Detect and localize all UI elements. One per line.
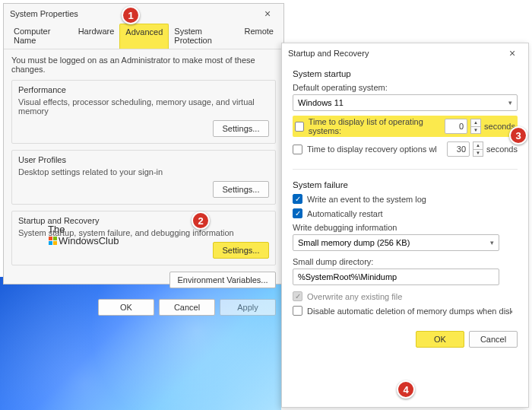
tab-remote[interactable]: Remote (239, 24, 279, 49)
windows-logo-icon (48, 236, 57, 245)
input-value: %SystemRoot%\Minidump (298, 272, 397, 281)
group-title: User Profiles (18, 155, 269, 164)
section-system-startup: System startup (293, 69, 518, 78)
apply-button[interactable]: Apply (220, 299, 276, 316)
row-label: Time to display recovery options when ne… (307, 145, 436, 154)
checkbox-display-os-list[interactable] (295, 122, 304, 132)
write-debug-label: Write debugging information (293, 223, 518, 232)
titlebar: Startup and Recovery × (282, 43, 528, 63)
dump-dir-input[interactable]: %SystemRoot%\Minidump (293, 269, 499, 285)
tab-computer-name[interactable]: Computer Name (8, 24, 73, 49)
cancel-button[interactable]: Cancel (159, 299, 215, 316)
startup-recovery-window: Startup and Recovery × System startup De… (281, 43, 529, 408)
checkbox-write-event[interactable]: ✓ (293, 194, 302, 204)
os-list-seconds-input[interactable]: 0 (445, 119, 467, 134)
watermark: The WindowsClub (48, 224, 119, 247)
dump-dir-label: Small dump directory: (293, 257, 518, 266)
row-label: Disable automatic deletion of memory dum… (307, 307, 512, 316)
tab-advanced[interactable]: Advanced (119, 24, 169, 49)
row-write-event: ✓ Write an event to the system log (293, 194, 518, 204)
watermark-line2: WindowsClub (48, 236, 119, 247)
environment-variables-button[interactable]: Environment Variables... (169, 272, 276, 288)
dialog-action-row: OK Cancel Apply (4, 294, 283, 320)
section-system-failure: System failure (293, 180, 518, 189)
callout-4: 4 (397, 380, 415, 399)
row-disable-delete: Disable automatic deletion of memory dum… (293, 306, 518, 316)
row-label: Overwrite any existing file (307, 292, 402, 301)
tab-hardware[interactable]: Hardware (73, 24, 120, 49)
spin-down-icon[interactable]: ▼ (473, 149, 483, 157)
spinner[interactable]: ▲▼ (473, 141, 483, 157)
group-desc: Visual effects, processor scheduling, me… (18, 97, 269, 116)
recovery-options-seconds-input[interactable]: 30 (447, 141, 470, 157)
checkbox-overwrite: ✓ (293, 291, 302, 301)
select-value: Windows 11 (298, 98, 344, 107)
watermark-line1: The (48, 224, 119, 236)
row-label: Time to display list of operating system… (309, 117, 440, 135)
close-icon[interactable]: × (501, 47, 524, 59)
group-user-profiles: User Profiles Desktop settings related t… (11, 150, 276, 205)
close-icon[interactable]: × (256, 8, 279, 20)
chevron-down-icon: ▾ (508, 99, 512, 106)
tab-strip: Computer Name Hardware Advanced System P… (4, 24, 283, 49)
default-os-select[interactable]: Windows 11 ▾ (293, 94, 518, 111)
row-display-recovery-options: Time to display recovery options when ne… (293, 141, 518, 157)
dialog-action-row: OK Cancel (282, 323, 528, 355)
row-label: Automatically restart (307, 209, 383, 218)
titlebar: System Properties × (4, 4, 283, 24)
callout-2: 2 (192, 211, 210, 230)
startup-recovery-settings-button[interactable]: Settings... (213, 242, 269, 259)
spinner[interactable]: ▲▼ (470, 119, 481, 134)
select-value: Small memory dump (256 KB) (298, 238, 410, 247)
window-title: System Properties (10, 9, 78, 18)
tab-system-protection[interactable]: System Protection (169, 24, 239, 49)
ok-button[interactable]: OK (98, 299, 154, 316)
callout-3: 3 (509, 126, 527, 145)
admin-instruction: You must be logged on as an Administrato… (11, 56, 276, 74)
spin-up-icon[interactable]: ▲ (473, 141, 483, 149)
window-title: Startup and Recovery (288, 49, 369, 58)
write-debug-select[interactable]: Small memory dump (256 KB) ▾ (293, 234, 499, 251)
chevron-down-icon: ▾ (490, 239, 494, 246)
group-title: Performance (18, 85, 269, 94)
ok-button[interactable]: OK (416, 331, 464, 348)
row-label: Write an event to the system log (307, 195, 426, 204)
unit-label: seconds (486, 145, 518, 154)
callout-1: 1 (122, 6, 140, 24)
group-performance: Performance Visual effects, processor sc… (11, 80, 276, 144)
row-auto-restart: ✓ Automatically restart (293, 208, 518, 218)
row-display-os-list: Time to display list of operating system… (293, 116, 518, 137)
cancel-button[interactable]: Cancel (469, 331, 518, 348)
spin-down-icon[interactable]: ▼ (470, 126, 481, 135)
performance-settings-button[interactable]: Settings... (213, 120, 269, 137)
spin-up-icon[interactable]: ▲ (470, 119, 481, 126)
user-profiles-settings-button[interactable]: Settings... (213, 181, 269, 198)
checkbox-auto-restart[interactable]: ✓ (293, 208, 302, 218)
row-overwrite: ✓ Overwrite any existing file (293, 291, 518, 301)
group-desc: Desktop settings related to your sign-in (18, 167, 269, 176)
divider (293, 169, 518, 170)
system-properties-window: System Properties × Computer Name Hardwa… (3, 3, 284, 284)
default-os-label: Default operating system: (293, 83, 518, 92)
checkbox-disable-delete[interactable] (293, 306, 302, 316)
checkbox-display-recovery-options[interactable] (293, 145, 302, 154)
